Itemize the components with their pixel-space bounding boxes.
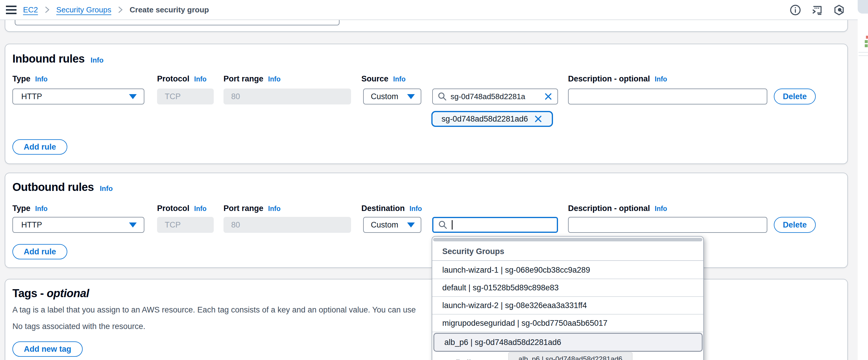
type-info-link[interactable]: Info (35, 205, 48, 213)
inbound-description-input[interactable] (568, 89, 767, 104)
breadcrumb-chevron-icon (118, 5, 123, 14)
tags-description: A tag is a label that you assign to an A… (12, 305, 416, 315)
description-info-link[interactable]: Info (655, 205, 667, 213)
breadcrumb: EC2 Security Groups Create security grou… (23, 0, 209, 20)
protocol-info-link[interactable]: Info (194, 75, 207, 83)
top-navigation-bar: EC2 Security Groups Create security grou… (0, 0, 858, 20)
outbound-col-protocol: Protocol (157, 204, 190, 213)
breadcrumb-link-ec2[interactable]: EC2 (23, 5, 38, 14)
outbound-rules-card: Outbound rules Info Type Info Protocol I… (5, 173, 848, 268)
inbound-add-rule-button[interactable]: Add rule (12, 139, 67, 155)
description-info-link[interactable]: Info (655, 75, 667, 83)
protocol-info-link[interactable]: Info (194, 205, 207, 213)
breadcrumb-chevron-icon (44, 5, 50, 14)
dropdown-item-launch-wizard-1[interactable]: launch-wizard-1 | sg-068e90cb38cc9a289 (432, 261, 703, 279)
inbound-col-source: Source (361, 74, 389, 84)
outbound-type-value: HTTP (21, 221, 42, 230)
text-cursor (452, 220, 453, 230)
sg-hover-tooltip: alb_p6 | sg-0d748ad58d2281ad6 (508, 352, 632, 360)
inbound-port-range-field: 80 (223, 89, 351, 104)
breadcrumb-link-security-groups[interactable]: Security Groups (56, 5, 111, 14)
red-status-dot (866, 36, 868, 39)
cloudshell-icon[interactable] (811, 4, 823, 16)
inbound-rules-card: Inbound rules Info Type Info Protocol In… (5, 44, 848, 164)
outbound-col-destination: Destination (361, 204, 405, 213)
dropdown-scrollbar[interactable] (433, 238, 702, 241)
inbound-rules-title: Inbound rules (12, 53, 85, 65)
clear-x-icon[interactable] (544, 92, 553, 101)
green-status-dot (865, 40, 868, 43)
inbound-col-protocol: Protocol (157, 74, 190, 84)
outbound-col-type: Type (12, 204, 30, 213)
inbound-col-type: Type (12, 74, 30, 84)
port-range-info-link[interactable]: Info (268, 75, 280, 83)
outbound-col-description: Description - optional (568, 204, 650, 213)
inbound-info-link[interactable]: Info (91, 56, 104, 64)
outbound-port-range-field: 80 (223, 217, 351, 233)
outbound-delete-rule-button[interactable]: Delete (774, 217, 816, 233)
dropdown-group-security-groups: Security Groups (432, 242, 703, 261)
inbound-source-mode-value: Custom (371, 92, 398, 101)
inbound-type-value: HTTP (21, 92, 42, 101)
inbound-col-description: Description - optional (568, 74, 650, 84)
breadcrumb-current-page: Create security group (130, 5, 209, 14)
outbound-col-port-range: Port range (223, 204, 264, 213)
tags-empty-text: No tags associated with the resource. (12, 322, 145, 331)
sliver-top-block (858, 0, 868, 13)
chip-remove-x-icon[interactable] (534, 114, 542, 123)
add-new-tag-button[interactable]: Add new tag (12, 341, 83, 357)
caret-down-icon (129, 223, 137, 228)
caret-down-icon (407, 94, 415, 99)
dropdown-item-migrupodeseguridad[interactable]: migrupodeseguridad | sg-0cbd7750aa5b6501… (432, 315, 703, 332)
inbound-source-mode-select[interactable]: Custom (363, 89, 421, 104)
port-range-info-link[interactable]: Info (268, 205, 280, 213)
outbound-type-select[interactable]: HTTP (12, 217, 144, 233)
info-circle-icon[interactable] (789, 4, 801, 16)
tags-title: Tags - optional (12, 287, 89, 300)
outbound-add-rule-button[interactable]: Add rule (12, 244, 67, 259)
destination-info-link[interactable]: Info (409, 205, 422, 213)
inbound-delete-rule-button[interactable]: Delete (774, 89, 816, 104)
inbound-type-select[interactable]: HTTP (12, 89, 144, 104)
selected-sg-chip-label: sg-0d748ad58d2281ad6 (442, 114, 528, 124)
caret-down-icon (129, 94, 137, 99)
sliver-line (859, 55, 868, 56)
search-icon (438, 92, 447, 101)
source-info-link[interactable]: Info (393, 75, 406, 83)
services-hexagon-icon[interactable] (833, 4, 845, 16)
caret-down-icon (407, 223, 415, 228)
outbound-destination-mode-select[interactable]: Custom (363, 217, 421, 233)
dropdown-item-default[interactable]: default | sg-01528b5d89c898e83 (432, 279, 703, 297)
tags-card: Tags - optional A tag is a label that yo… (5, 279, 848, 360)
outbound-protocol-field: TCP (157, 217, 214, 233)
inbound-search-value: sg-0d748ad58d2281a (451, 92, 544, 101)
hamburger-menu-icon[interactable] (6, 6, 17, 14)
type-info-link[interactable]: Info (35, 75, 48, 83)
outbound-destination-search-input[interactable] (432, 217, 558, 233)
inbound-source-search-input[interactable]: sg-0d748ad58d2281a (432, 89, 558, 104)
inbound-protocol-field: TCP (157, 89, 214, 104)
green-status-dot (865, 44, 868, 47)
sliver-line (859, 52, 868, 53)
selected-sg-chip: sg-0d748ad58d2281ad6 (431, 111, 553, 127)
outbound-info-link[interactable]: Info (100, 185, 113, 193)
outbound-destination-mode-value: Custom (371, 221, 398, 230)
search-icon (438, 220, 447, 230)
inbound-col-port-range: Port range (223, 74, 264, 84)
right-edge-panel-sliver (858, 0, 868, 360)
outbound-rules-title: Outbound rules (12, 181, 94, 194)
dropdown-item-alb-p6-highlighted[interactable]: alb_p6 | sg-0d748ad58d2281ad6 (433, 333, 703, 352)
sg-dropdown-panel: Security Groups launch-wizard-1 | sg-068… (432, 236, 704, 360)
outbound-description-input[interactable] (568, 217, 767, 233)
dropdown-item-launch-wizard-2[interactable]: launch-wizard-2 | sg-08e326eaa3a331ff4 (432, 297, 703, 315)
